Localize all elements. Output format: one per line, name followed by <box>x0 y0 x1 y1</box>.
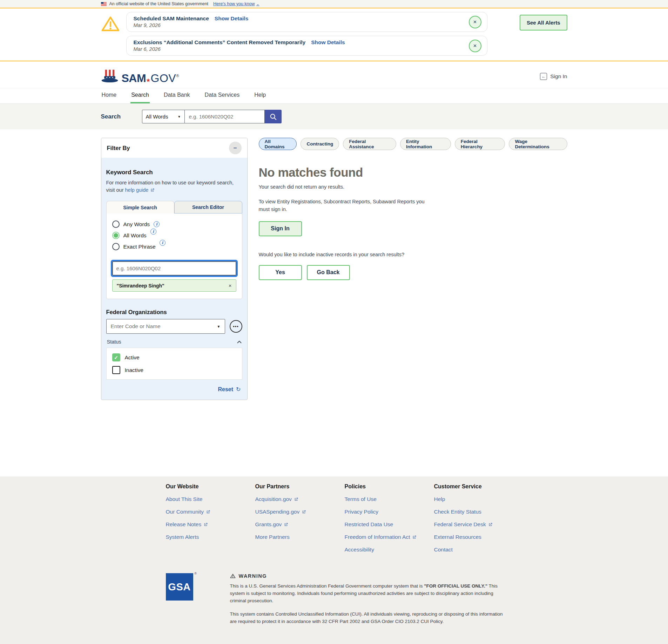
radio-any-words[interactable] <box>112 221 120 228</box>
main-area: Filter By − Keyword Search For more info… <box>0 129 668 476</box>
footer-link-federal-service-desk[interactable]: Federal Service Desk <box>434 521 524 528</box>
status-options: ✓ Active Inactive <box>106 348 242 380</box>
no-results-text: Your search did not return any results. <box>259 184 567 190</box>
nav-item-search[interactable]: Search <box>130 88 150 103</box>
no-matches-heading: No matches found <box>259 165 567 179</box>
nav-item-data-services[interactable]: Data Services <box>204 88 241 103</box>
footer-link-restricted-data-use[interactable]: Restricted Data Use <box>345 521 434 528</box>
footer-link-about-this-site[interactable]: About This Site <box>166 496 255 502</box>
federal-organizations-title: Federal Organizations <box>106 309 242 316</box>
footer-link-system-alerts[interactable]: System Alerts <box>166 534 255 540</box>
tab-search-editor[interactable]: Search Editor <box>174 201 242 213</box>
gov-banner: An official website of the United States… <box>0 0 668 8</box>
chevron-up-icon <box>237 340 242 344</box>
warning-block: WARNING This is a U.S. General Services … <box>230 573 511 631</box>
search-input[interactable] <box>185 110 265 123</box>
tab-simple-search[interactable]: Simple Search <box>106 201 174 213</box>
domain-pill-federal-assistance[interactable]: Federal Assistance <box>343 138 396 150</box>
site-footer: Our Website About This Site Our Communit… <box>0 476 668 644</box>
header-sign-in-link[interactable]: ← Sign In <box>540 73 567 80</box>
radio-all-words[interactable] <box>112 232 120 239</box>
help-guide-link[interactable]: help guide <box>125 187 155 194</box>
external-link-icon <box>302 510 306 514</box>
status-option-inactive[interactable]: Inactive <box>112 366 236 374</box>
footer-link-usaspending-gov[interactable]: USASpending.gov <box>255 509 345 515</box>
footer-link-more-partners[interactable]: More Partners <box>255 534 345 540</box>
domain-pill-federal-hierarchy[interactable]: Federal Hierarchy <box>455 138 505 150</box>
footer-link-acquisition-gov[interactable]: Acquisition.gov <box>255 496 345 502</box>
show-details-link[interactable]: Show Details <box>311 39 345 46</box>
warning-paragraph-1: This is a U.S. General Services Administ… <box>230 583 511 605</box>
sign-in-button[interactable]: Sign In <box>259 221 302 236</box>
sam-gov-logo[interactable]: SAM★GOV® <box>101 69 179 84</box>
external-link-icon <box>294 497 298 502</box>
gsa-logo: GSA ® <box>166 573 193 601</box>
footer-link-check-entity-status[interactable]: Check Entity Status <box>434 509 524 515</box>
footer-link-foia[interactable]: Freedom of Information Act <box>345 534 434 540</box>
status-section-toggle[interactable]: Status <box>106 339 242 345</box>
go-back-button[interactable]: Go Back <box>307 265 350 280</box>
footer-link-our-community[interactable]: Our Community <box>166 509 255 515</box>
footer-link-release-notes[interactable]: Release Notes <box>166 521 255 528</box>
external-link-icon <box>412 535 417 540</box>
keyword-input[interactable] <box>112 261 236 276</box>
alerts-section: Scheduled SAM Maintenance Show Details M… <box>0 8 668 61</box>
alert-card: Exclusions “Additional Comments” Content… <box>126 36 487 56</box>
see-all-alerts-button[interactable]: See All Alerts <box>520 15 567 30</box>
domain-pill-wage-determinations[interactable]: Wage Determinations <box>509 138 567 150</box>
checkbox-checked[interactable]: ✓ <box>112 353 120 361</box>
org-more-options-button[interactable]: ••• <box>230 320 242 333</box>
search-mode-select[interactable]: All Words ▼ <box>142 110 185 123</box>
site-header: SAM★GOV® ← Sign In <box>0 61 668 88</box>
footer-link-terms-of-use[interactable]: Terms of Use <box>345 496 434 502</box>
how-you-know-link[interactable]: Here's how you know⌄ <box>213 1 259 6</box>
keyword-search-title: Keyword Search <box>106 169 242 176</box>
status-option-active[interactable]: ✓ Active <box>112 353 236 361</box>
simple-search-card: Any Words i All Words i Exact Phrase i <box>106 213 242 299</box>
domain-pill-contracting[interactable]: Contracting <box>301 138 339 150</box>
keyword-chip: "Simrandeep Singh" × <box>112 279 236 292</box>
search-band: Search All Words ▼ <box>0 104 668 129</box>
warning-title: WARNING <box>239 573 267 579</box>
registered-mark: ® <box>194 572 197 575</box>
radio-label: All Words <box>123 232 147 239</box>
footer-link-help[interactable]: Help <box>434 496 524 502</box>
checkbox-unchecked[interactable] <box>112 366 120 374</box>
chip-close-icon[interactable]: × <box>229 283 232 289</box>
info-icon[interactable]: i <box>150 229 156 235</box>
footer-link-external-resources[interactable]: External Resources <box>434 534 524 540</box>
sam-hat-icon <box>101 69 119 84</box>
yes-button[interactable]: Yes <box>259 265 302 280</box>
search-button[interactable] <box>265 110 282 123</box>
external-link-icon <box>203 522 208 527</box>
alert-date: Mar 6, 2026 <box>134 46 463 52</box>
footer-link-privacy-policy[interactable]: Privacy Policy <box>345 509 434 515</box>
info-icon[interactable]: i <box>160 240 166 246</box>
info-icon[interactable]: i <box>154 221 160 227</box>
dropdown-arrow-icon: ▼ <box>178 115 181 118</box>
results-area: All Domains Contracting Federal Assistan… <box>259 138 567 280</box>
show-details-link[interactable]: Show Details <box>215 15 248 22</box>
radio-exact-phrase[interactable] <box>112 243 120 250</box>
domain-pill-all-domains[interactable]: All Domains <box>259 138 297 150</box>
domain-pill-entity-information[interactable]: Entity Information <box>400 138 451 150</box>
federal-organizations-select[interactable]: Enter Code or Name ▼ <box>106 319 225 334</box>
sign-in-note: To view Entity Registrations, Subcontrac… <box>259 198 436 213</box>
search-icon <box>269 113 277 121</box>
nav-item-help[interactable]: Help <box>254 88 266 103</box>
reset-filters-link[interactable]: Reset ↻ <box>218 386 241 393</box>
us-flag-icon <box>101 2 107 6</box>
close-icon[interactable]: × <box>469 40 481 52</box>
footer-col-policies: Policies Terms of Use Privacy Policy Res… <box>345 483 434 559</box>
main-nav: Home Search Data Bank Data Services Help <box>0 88 668 104</box>
keyword-tabs: Simple Search Search Editor <box>106 201 242 213</box>
footer-link-contact[interactable]: Contact <box>434 547 524 553</box>
nav-item-data-bank[interactable]: Data Bank <box>163 88 191 103</box>
nav-item-home[interactable]: Home <box>101 88 117 103</box>
footer-link-accessibility[interactable]: Accessibility <box>345 547 434 553</box>
collapse-filters-button[interactable]: − <box>229 142 242 154</box>
footer-link-grants-gov[interactable]: Grants.gov <box>255 521 345 528</box>
keyword-info-text: For more information on how to use our k… <box>106 179 242 194</box>
banner-text: An official website of the United States… <box>109 1 209 6</box>
close-icon[interactable]: × <box>469 16 481 28</box>
